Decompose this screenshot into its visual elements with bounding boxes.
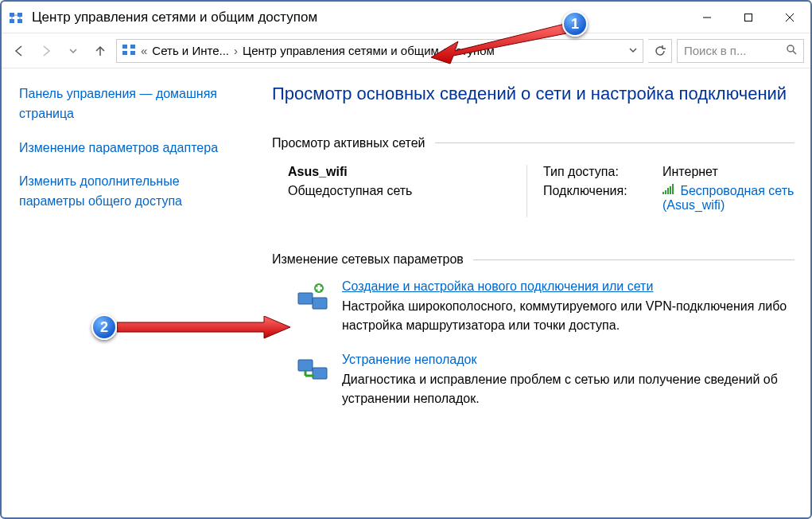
task-troubleshoot[interactable]: Устранение неполадок Диагностика и испра…: [296, 353, 795, 408]
search-placeholder: Поиск в п...: [684, 44, 779, 57]
svg-line-16: [793, 51, 796, 54]
maximize-button[interactable]: [728, 2, 769, 33]
new-connection-desc: Настройка широкополосного, коммутируемог…: [342, 297, 795, 335]
svg-point-15: [787, 45, 794, 52]
nav-up-button[interactable]: [89, 40, 111, 62]
svg-rect-14: [130, 51, 135, 55]
breadcrumb-level1[interactable]: Сеть и Инте...: [152, 44, 229, 57]
svg-rect-3: [17, 19, 22, 23]
annotation-badge-2: 2: [91, 314, 117, 340]
svg-rect-22: [298, 293, 313, 304]
svg-rect-23: [313, 298, 327, 309]
page-heading: Просмотр основных сведений о сети и наст…: [272, 83, 795, 106]
troubleshoot-icon: [296, 353, 329, 386]
svg-rect-26: [316, 287, 322, 290]
task-new-connection[interactable]: Создание и настройка нового подключения …: [296, 279, 795, 335]
search-input[interactable]: Поиск в п...: [677, 39, 804, 63]
app-icon: [8, 10, 24, 25]
nav-forward-button[interactable]: [35, 40, 57, 62]
nav-back-button[interactable]: [8, 40, 30, 62]
divider: [473, 260, 795, 260]
minimize-button[interactable]: [686, 2, 728, 33]
network-type: Общедоступная сеть: [288, 184, 526, 198]
refresh-button[interactable]: [648, 39, 672, 63]
svg-rect-12: [130, 45, 135, 49]
chevron-down-icon[interactable]: [628, 44, 638, 57]
divider: [435, 142, 795, 143]
svg-rect-0: [10, 13, 14, 17]
chevron-left-icon: «: [141, 44, 147, 57]
change-settings-group: Изменение сетевых параметров Создание и …: [272, 241, 795, 408]
sidebar-link-sharing[interactable]: Изменить дополнительные параметры общего…: [19, 172, 223, 212]
chevron-right-icon: ›: [234, 44, 238, 57]
svg-rect-13: [122, 51, 127, 55]
titlebar: Центр управления сетями и общим доступом: [2, 2, 810, 33]
connection-link[interactable]: Беспроводная сеть (Asus_wifi): [662, 184, 794, 213]
main-panel: Просмотр основных сведений о сети и наст…: [240, 68, 810, 517]
wifi-signal-icon: [662, 184, 675, 198]
sidebar-link-adapter[interactable]: Изменение параметров адаптера: [19, 139, 223, 158]
svg-rect-8: [745, 14, 752, 21]
svg-rect-21: [672, 184, 674, 194]
change-settings-legend: Изменение сетевых параметров: [272, 252, 470, 267]
active-networks-group: Просмотр активных сетей Asus_wifi Общедо…: [272, 125, 795, 218]
svg-rect-17: [662, 192, 664, 194]
nav-recent-button[interactable]: [62, 40, 84, 62]
window-title: Центр управления сетями и общим доступом: [32, 10, 686, 25]
sidebar: Панель управления — домашняя страница Из…: [2, 68, 240, 517]
address-icon: [122, 42, 136, 59]
svg-rect-1: [17, 13, 22, 17]
content-area: Панель управления — домашняя страница Из…: [2, 68, 810, 517]
search-icon: [786, 44, 797, 57]
svg-rect-20: [670, 186, 671, 194]
svg-rect-28: [313, 368, 327, 379]
svg-rect-11: [122, 45, 127, 49]
troubleshoot-link[interactable]: Устранение неполадок: [342, 353, 476, 366]
sidebar-link-home[interactable]: Панель управления — домашняя страница: [19, 84, 223, 124]
access-type-label: Тип доступа:: [543, 165, 662, 179]
svg-rect-27: [298, 360, 313, 371]
svg-rect-2: [10, 19, 14, 23]
navbar: « Сеть и Инте... › Центр управления сетя…: [2, 33, 810, 68]
connections-label: Подключения:: [543, 184, 662, 213]
svg-rect-19: [667, 188, 669, 194]
window-controls: [686, 2, 810, 33]
breadcrumb-level2[interactable]: Центр управления сетями и общим доступом: [243, 44, 495, 57]
active-networks-legend: Просмотр активных сетей: [272, 136, 432, 150]
network-row: Asus_wifi Общедоступная сеть Тип доступа…: [272, 165, 795, 218]
annotation-badge-1: 1: [562, 11, 588, 37]
access-type-value: Интернет: [662, 165, 795, 179]
svg-rect-18: [665, 190, 666, 194]
close-button[interactable]: [769, 2, 810, 33]
network-name: Asus_wifi: [288, 165, 526, 179]
address-bar[interactable]: « Сеть и Инте... › Центр управления сетя…: [116, 39, 643, 63]
new-connection-icon: [296, 279, 329, 313]
new-connection-link[interactable]: Создание и настройка нового подключения …: [342, 279, 653, 293]
troubleshoot-desc: Диагностика и исправление проблем с сеть…: [342, 370, 795, 408]
